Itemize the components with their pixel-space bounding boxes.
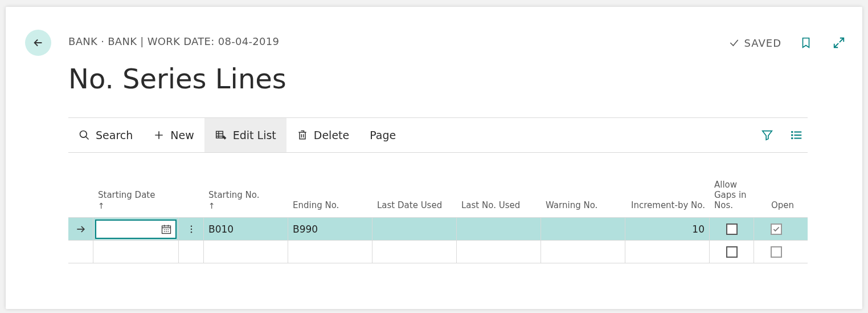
svg-point-2: [792, 132, 793, 133]
col-allow-gaps[interactable]: Allow Gaps in Nos.: [710, 177, 754, 213]
cell-open[interactable]: [754, 241, 799, 263]
check-icon: [772, 225, 780, 233]
grid-header: Starting Date ↑ Starting No. ↑ Ending No…: [68, 165, 808, 218]
col-last-no-used[interactable]: Last No. Used: [457, 198, 541, 213]
col-starting-no[interactable]: Starting No. ↑: [204, 188, 288, 213]
toolbar: Search New Edit List Delete Page: [68, 117, 808, 153]
cell-increment-by-no[interactable]: 10: [625, 218, 710, 241]
page-button[interactable]: Page: [359, 118, 406, 152]
cell-ending-no[interactable]: [288, 241, 372, 263]
cell-allow-gaps[interactable]: [710, 241, 754, 263]
svg-point-0: [80, 131, 87, 138]
col-last-date-used[interactable]: Last Date Used: [372, 198, 457, 213]
bookmark-icon: [800, 35, 812, 50]
page-title: No. Series Lines: [68, 63, 286, 95]
saved-label: SAVED: [744, 37, 781, 49]
checkbox-unchecked[interactable]: [726, 223, 738, 235]
new-button[interactable]: New: [143, 118, 204, 152]
saved-status: SAVED: [728, 37, 781, 49]
cell-starting-date[interactable]: [93, 218, 179, 241]
sort-asc-icon: ↑: [208, 201, 284, 210]
table-row[interactable]: [68, 241, 808, 263]
list-view-button[interactable]: [788, 127, 805, 144]
checkbox-checked[interactable]: [771, 223, 782, 235]
cell-allow-gaps[interactable]: [710, 218, 754, 241]
expand-icon: [833, 36, 845, 49]
cell-ending-no[interactable]: B990: [288, 218, 372, 241]
cell-last-date-used[interactable]: [372, 218, 457, 241]
bookmark-button[interactable]: [797, 34, 814, 51]
svg-point-4: [792, 138, 793, 139]
checkbox-unchecked[interactable]: [771, 246, 782, 258]
cell-last-date-used[interactable]: [372, 241, 457, 263]
funnel-icon: [761, 129, 773, 141]
delete-button[interactable]: Delete: [286, 118, 359, 152]
list-icon: [791, 129, 803, 141]
arrow-left-icon: [32, 36, 44, 49]
page-label: Page: [370, 129, 396, 141]
col-ending-no[interactable]: Ending No.: [288, 198, 372, 213]
cell-increment-by-no[interactable]: [625, 241, 710, 263]
svg-point-3: [792, 135, 793, 136]
col-warning-no[interactable]: Warning No.: [541, 198, 625, 213]
cell-warning-no[interactable]: [541, 218, 625, 241]
search-icon: [79, 129, 90, 141]
svg-point-7: [190, 229, 191, 230]
cell-open[interactable]: [754, 218, 799, 241]
trash-icon: [297, 129, 308, 141]
cell-starting-no[interactable]: B010: [204, 218, 288, 241]
edit-list-button[interactable]: Edit List: [204, 118, 286, 152]
col-increment-by-no[interactable]: Increment-by No.: [625, 198, 710, 213]
search-label: Search: [96, 129, 133, 141]
breadcrumb: BANK · BANK | WORK DATE: 08-04-2019: [68, 35, 279, 47]
checkbox-unchecked[interactable]: [726, 246, 738, 258]
sort-asc-icon: ↑: [98, 201, 174, 210]
delete-label: Delete: [314, 129, 349, 141]
col-open[interactable]: Open: [754, 198, 799, 213]
svg-rect-1: [216, 131, 223, 138]
row-indicator: [68, 241, 93, 263]
plus-icon: [153, 129, 165, 141]
more-vertical-icon: [186, 224, 196, 234]
search-button[interactable]: Search: [68, 118, 143, 152]
arrow-right-icon: [75, 223, 87, 235]
cell-starting-date[interactable]: [93, 241, 179, 263]
col-starting-date[interactable]: Starting Date ↑: [93, 188, 179, 213]
row-menu-button[interactable]: [179, 218, 204, 241]
row-menu-button[interactable]: [179, 241, 204, 263]
expand-button[interactable]: [830, 34, 847, 51]
cell-starting-no[interactable]: [204, 241, 288, 263]
svg-point-8: [190, 231, 191, 233]
back-button[interactable]: [25, 30, 51, 56]
svg-point-6: [190, 226, 191, 227]
filter-button[interactable]: [759, 127, 776, 144]
cell-last-no-used[interactable]: [457, 218, 541, 241]
cell-last-no-used[interactable]: [457, 241, 541, 263]
edit-list-icon: [215, 129, 227, 141]
new-label: New: [170, 129, 194, 141]
grid: Starting Date ↑ Starting No. ↑ Ending No…: [68, 165, 808, 263]
calendar-icon[interactable]: [161, 223, 172, 235]
table-row[interactable]: B010 B990 10: [68, 218, 808, 241]
cell-warning-no[interactable]: [541, 241, 625, 263]
row-indicator: [68, 218, 93, 241]
starting-date-input[interactable]: [95, 219, 177, 239]
edit-list-label: Edit List: [233, 129, 276, 141]
check-icon: [728, 37, 740, 48]
